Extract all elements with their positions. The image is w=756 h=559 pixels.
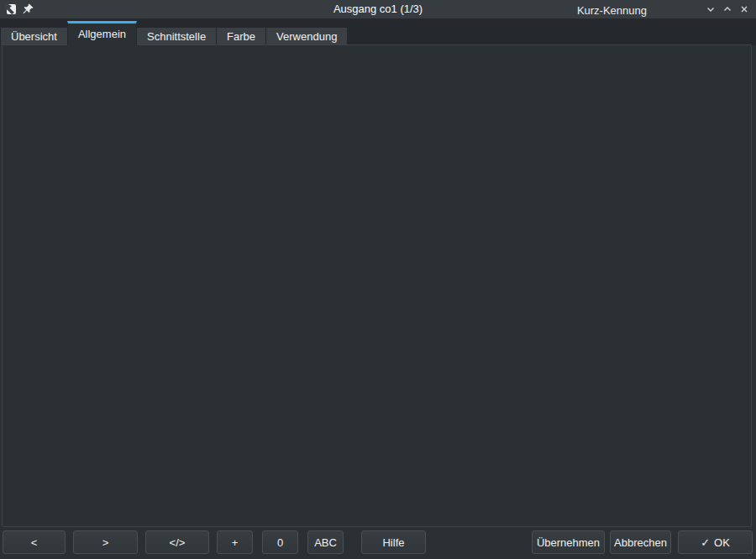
tab-allgemein[interactable]: Allgemein bbox=[67, 21, 137, 45]
minimize-button[interactable] bbox=[702, 0, 719, 18]
chevron-down-icon bbox=[706, 4, 716, 14]
tab-uebersicht[interactable]: Übersicht bbox=[0, 27, 68, 45]
ok-button[interactable]: ✓ OK bbox=[678, 530, 753, 554]
close-button[interactable] bbox=[736, 0, 753, 18]
zero-button[interactable]: 0 bbox=[262, 530, 298, 554]
maximize-button[interactable] bbox=[719, 0, 736, 18]
tab-schnittstelle[interactable]: Schnittstelle bbox=[136, 27, 217, 45]
tab-bar: Übersicht Allgemein Schnittstelle Farbe … bbox=[0, 18, 756, 45]
uebernehmen-button[interactable]: Übernehmen bbox=[532, 530, 605, 554]
tab-verwendung[interactable]: Verwendung bbox=[265, 27, 348, 45]
code-button[interactable]: </> bbox=[145, 530, 209, 554]
chevron-up-icon bbox=[722, 4, 732, 14]
tab-farbe[interactable]: Farbe bbox=[216, 27, 266, 45]
tab-page-frame bbox=[2, 44, 752, 527]
hilfe-button[interactable]: Hilfe bbox=[361, 530, 426, 554]
abc-button[interactable]: ABC bbox=[307, 530, 344, 554]
kurz-kennung-label: Kurz-Kennung bbox=[575, 0, 647, 21]
dialog-window: Ausgang co1 (1/3) Übersicht Allgemein S bbox=[0, 0, 756, 559]
ok-label: OK bbox=[714, 536, 730, 549]
prev-button[interactable]: < bbox=[3, 530, 66, 554]
abbrechen-button[interactable]: Abbrechen bbox=[610, 530, 671, 554]
next-button[interactable]: > bbox=[73, 530, 138, 554]
check-icon: ✓ bbox=[701, 536, 710, 549]
close-icon bbox=[739, 4, 749, 14]
add-button[interactable]: + bbox=[217, 530, 253, 554]
